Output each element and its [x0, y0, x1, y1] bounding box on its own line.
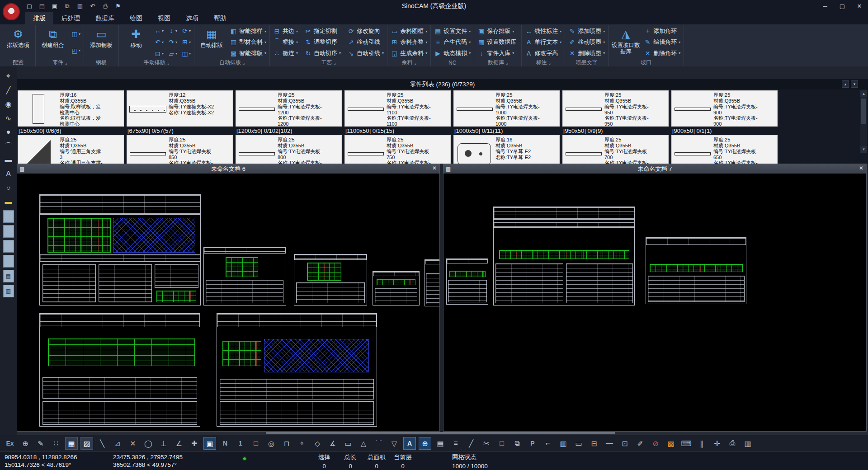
- micro-joint-button[interactable]: ∴微连▾: [272, 49, 299, 58]
- p-tool-icon[interactable]: P: [526, 437, 539, 450]
- crosshair-mode-icon[interactable]: ⊕: [419, 437, 431, 450]
- trim-tool-icon[interactable]: ✂: [480, 437, 493, 450]
- dialog-launcher-icon[interactable]: ⌟: [243, 61, 245, 65]
- panel-toggle-1-icon[interactable]: [3, 210, 14, 223]
- nudge-horizontal-button[interactable]: ↔▾: [153, 27, 165, 35]
- linear-dim-button[interactable]: ↔线性标注▾: [524, 27, 562, 36]
- bridge-button[interactable]: ⌒桥接▾: [272, 38, 299, 47]
- ex-toggle-icon[interactable]: Ex: [4, 437, 16, 450]
- square-tool-icon[interactable]: □: [495, 437, 508, 450]
- close-button[interactable]: ✕: [851, 0, 868, 12]
- ruler-tool-icon[interactable]: ▬: [2, 196, 15, 208]
- grid-panel-icon[interactable]: ▥: [557, 437, 570, 450]
- corner-tool-icon[interactable]: ⌐: [542, 437, 554, 450]
- part-card[interactable]: 厚度:25 材质:Q355B 编号:TY电渣焊夹板- 650 名称:TY电渣焊夹…: [671, 135, 778, 164]
- dialog-launcher-icon[interactable]: ⌟: [334, 61, 335, 65]
- create-combo-button[interactable]: ⧉ 创建组合: [38, 26, 68, 59]
- part-card[interactable]: 厚度:25 材质:Q355B 编号:TY电渣焊夹板- 1000 名称:TY电渣焊…: [453, 90, 560, 127]
- add-inkjet-button[interactable]: ✎添加喷墨▾: [567, 27, 606, 36]
- remnant-frame-button[interactable]: ▭余料图框▾: [390, 27, 428, 36]
- columns-panel-icon[interactable]: ▥: [3, 285, 14, 297]
- swap-part-button[interactable]: ◫▾: [180, 50, 192, 58]
- single-text-button[interactable]: A单行文本▾: [524, 38, 562, 47]
- snap-hatch-icon[interactable]: ▨: [80, 437, 93, 450]
- cross-snap-icon[interactable]: ✚: [188, 437, 201, 450]
- columns-tool-icon[interactable]: ▥: [741, 437, 754, 450]
- rect-zoom-icon[interactable]: ▭: [342, 437, 354, 450]
- viewport-tool-icon[interactable]: ⧉: [511, 437, 524, 450]
- part-card[interactable]: 厚度:16 材质:Q355B 编号:取样试板，发 检测中心 名称:取样试板，发 …: [18, 90, 124, 127]
- diagonal-tool-icon[interactable]: ╱: [465, 437, 477, 450]
- dialog-launcher-icon[interactable]: ⌟: [65, 61, 67, 65]
- set-database-button[interactable]: ▦设置数据库: [476, 38, 519, 47]
- circle-tool-icon[interactable]: ○: [2, 182, 15, 194]
- tangent-snap-icon[interactable]: ◯: [142, 437, 155, 450]
- list-tool-icon[interactable]: ≡: [449, 437, 462, 450]
- move-button[interactable]: ✚ 移动: [121, 26, 151, 59]
- titlebar[interactable]: ▢▤▣⧉▥↶⎙⚑ SinoCAM (高级企业版) ─▢✕: [0, 0, 868, 12]
- minimize-button[interactable]: ─: [816, 0, 834, 12]
- scrollbar-thumb[interactable]: [266, 432, 615, 434]
- part-grid-button[interactable]: ◫▾: [70, 30, 81, 38]
- dynamic-sim-button[interactable]: ▶动态模拟▾: [433, 49, 472, 58]
- parts-scrollbar[interactable]: ▲ ▼: [860, 90, 867, 153]
- part-card[interactable]: 厚度:25 材质:Q355B 编号:TY电渣焊夹板- 950 名称:TY电渣焊夹…: [562, 90, 669, 127]
- parts-scroll-up-icon[interactable]: ▴: [842, 80, 849, 88]
- menu-tab[interactable]: 数据库: [88, 12, 122, 24]
- spline-tool-icon[interactable]: ∿: [2, 112, 15, 124]
- menu-tab[interactable]: 排版: [25, 12, 53, 24]
- layer-one-icon[interactable]: 1: [234, 437, 247, 450]
- polar-tracking-icon[interactable]: ⌖: [296, 437, 308, 450]
- horizontal-scrollbar[interactable]: [17, 432, 868, 435]
- save-all-icon[interactable]: ⧉: [62, 2, 72, 11]
- menu-tab[interactable]: 绘图: [122, 12, 150, 24]
- undo-icon[interactable]: ↶: [88, 2, 98, 11]
- cad-canvas[interactable]: [443, 174, 866, 431]
- part-store-button[interactable]: ↓零件入库▾: [476, 49, 519, 58]
- bevel-database-button[interactable]: ◮ 设置坡口数据库: [611, 26, 641, 59]
- print-icon[interactable]: ⎙: [100, 2, 110, 11]
- maximize-button[interactable]: ▢: [834, 0, 851, 12]
- flag-icon[interactable]: ⚑: [113, 2, 123, 11]
- save-nest-button[interactable]: ▣保存排版▾: [476, 27, 519, 36]
- auto-cut-order-button[interactable]: ↻自动切序▾: [303, 49, 342, 58]
- part-card[interactable]: 厚度:16 材质:Q355B 编号:TY吊耳-E2 名称:TY吊耳-E2: [453, 135, 560, 164]
- box-select-icon[interactable]: □: [250, 437, 262, 450]
- save-icon[interactable]: ▣: [50, 2, 60, 11]
- parts-scroll-down-icon[interactable]: ▾: [851, 80, 858, 88]
- document-close-icon[interactable]: ✕: [859, 165, 863, 171]
- ellipse-tool-icon[interactable]: ●: [2, 126, 15, 138]
- auto-lead-button[interactable]: ↘自动引线▾: [346, 49, 385, 58]
- document-close-icon[interactable]: ✕: [432, 165, 437, 171]
- text-tool-icon[interactable]: A: [2, 168, 15, 180]
- change-rotation-button[interactable]: ⟳修改旋向: [346, 27, 385, 36]
- add-ring-button[interactable]: ＋添加角环: [643, 27, 681, 36]
- add-plate-button[interactable]: ▭ 添加钢板: [86, 26, 116, 59]
- grid-dots-icon[interactable]: ∷: [50, 437, 62, 450]
- profile-nest-button[interactable]: ▥型材套料▾: [229, 38, 267, 47]
- part-card[interactable]: 厚度:25 材质:Q355B 编号:TY电渣焊夹板- 1200 名称:TY电渣焊…: [236, 90, 342, 127]
- remove-array-button[interactable]: ⊟▾: [153, 50, 165, 58]
- plot-tool-icon[interactable]: ⎙: [726, 437, 739, 450]
- snap-select-icon[interactable]: ⌖: [2, 70, 15, 82]
- delete-inkjet-button[interactable]: ✕删除喷墨▾: [567, 49, 606, 58]
- common-edge-button[interactable]: ⊟共边▾: [272, 27, 299, 36]
- ortho-mode-icon[interactable]: ⊓: [280, 437, 293, 450]
- nudge-vertical-button[interactable]: ↕▾: [167, 27, 178, 35]
- nesting-options-button[interactable]: ⚙ 排版选项: [3, 26, 33, 59]
- rows-tool-icon[interactable]: ⊟: [588, 437, 600, 450]
- scroll-down-arrow-icon[interactable]: ▼: [860, 146, 867, 153]
- rectangle-tool-icon[interactable]: ▬: [2, 154, 15, 166]
- remnant-align-button[interactable]: ⊞余料齐整▾: [390, 38, 428, 47]
- part-card[interactable]: 厚度:25 材质:Q355B 编号:TY电渣焊夹板- 800 名称:TY电渣焊夹…: [236, 135, 342, 164]
- dash-tool-icon[interactable]: —: [603, 437, 616, 450]
- draft-pencil-icon[interactable]: ✎: [34, 437, 47, 450]
- node-snap-icon[interactable]: ✕: [127, 437, 139, 450]
- text-height-button[interactable]: A修改字高: [524, 49, 562, 58]
- part-card[interactable]: 厚度:12 材质:Q355B 编号:TY连接夹板-X2 名称:TY连接夹板-X2: [127, 90, 233, 127]
- assign-cut-button[interactable]: ✂指定切割: [303, 27, 342, 36]
- point-tool-icon[interactable]: ◉: [2, 98, 15, 110]
- parts-list-header[interactable]: 零件列表 (236) (0/7329) ▴▾: [17, 79, 868, 89]
- generate-code-button[interactable]: ≡产生代码▾: [433, 38, 472, 47]
- snap-grid-icon[interactable]: ▦: [65, 437, 78, 450]
